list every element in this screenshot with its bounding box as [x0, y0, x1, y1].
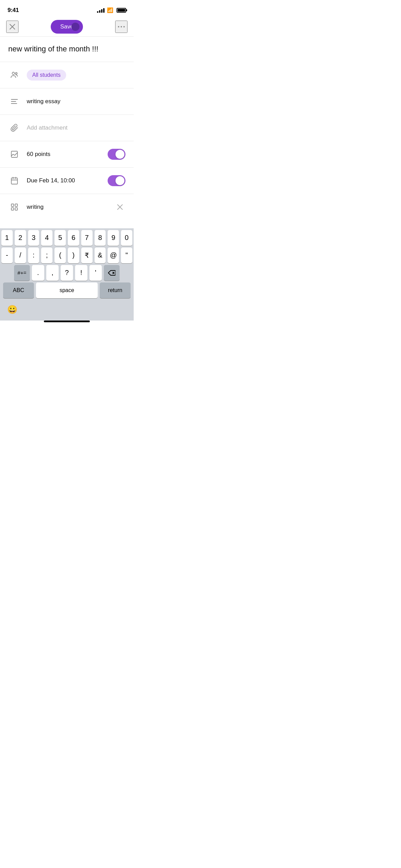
attachment-row[interactable]: Add attachment	[0, 114, 134, 141]
key-6[interactable]: 6	[68, 230, 79, 246]
key-2[interactable]: 2	[15, 230, 26, 246]
keyboard-row-symbols: - / : ; ( ) ₹ & @ "	[0, 246, 134, 263]
emoji-button[interactable]: 😀	[5, 303, 19, 316]
description-row[interactable]: writing essay	[0, 88, 134, 114]
category-text: writing	[27, 204, 114, 210]
key-semicolon[interactable]: ;	[41, 248, 52, 263]
signal-icon	[97, 8, 105, 13]
key-period[interactable]: .	[32, 265, 44, 281]
svg-point-4	[123, 26, 125, 27]
avatar	[71, 23, 80, 31]
key-1[interactable]: 1	[1, 230, 13, 246]
key-0[interactable]: 0	[121, 230, 132, 246]
keyboard-row-bottom: ABC space return	[0, 281, 134, 300]
status-time: 9:41	[8, 7, 19, 14]
category-icon	[8, 201, 21, 213]
key-open-paren[interactable]: (	[54, 248, 66, 263]
status-icons: 📶	[97, 7, 126, 13]
svg-rect-14	[11, 178, 17, 184]
key-close-paren[interactable]: )	[68, 248, 79, 263]
svg-rect-18	[11, 204, 14, 206]
attachment-placeholder[interactable]: Add attachment	[27, 124, 125, 131]
save-button[interactable]: Save	[51, 20, 83, 34]
calendar-icon	[8, 174, 21, 187]
status-bar: 9:41 📶	[0, 0, 134, 17]
svg-point-3	[121, 26, 122, 27]
key-abc[interactable]: ABC	[3, 282, 34, 298]
key-3[interactable]: 3	[28, 230, 39, 246]
audience-label[interactable]: All students	[27, 70, 66, 81]
svg-rect-20	[11, 208, 14, 210]
category-clear-button[interactable]	[114, 202, 125, 213]
keyboard[interactable]: 1 2 3 4 5 6 7 8 9 0 - / : ; ( ) ₹ & @ " …	[0, 228, 134, 321]
points-icon	[8, 148, 21, 160]
attachment-icon	[8, 122, 21, 134]
key-comma[interactable]: ,	[46, 265, 59, 281]
svg-point-6	[15, 72, 17, 74]
battery-icon	[117, 8, 126, 13]
key-slash[interactable]: /	[15, 248, 26, 263]
home-indicator	[44, 321, 90, 322]
key-question[interactable]: ?	[61, 265, 73, 281]
svg-rect-19	[15, 204, 17, 206]
assignment-title[interactable]: new writing of the month !!!	[8, 44, 125, 54]
points-toggle[interactable]	[108, 149, 125, 160]
more-button[interactable]	[115, 21, 127, 33]
due-date-toggle[interactable]	[108, 175, 125, 186]
title-section: new writing of the month !!!	[0, 37, 134, 62]
key-at[interactable]: @	[108, 248, 119, 263]
due-date-text: Due Feb 14, 10:00	[27, 177, 108, 184]
category-row[interactable]: writing	[0, 194, 134, 220]
key-apostrophe[interactable]: '	[89, 265, 102, 281]
keyboard-row-numbers: 1 2 3 4 5 6 7 8 9 0	[0, 228, 134, 246]
audience-row[interactable]: All students	[0, 62, 134, 88]
key-ampersand[interactable]: &	[95, 248, 106, 263]
key-return[interactable]: return	[100, 282, 131, 298]
close-button[interactable]	[6, 21, 19, 33]
svg-point-2	[118, 26, 119, 27]
key-quote[interactable]: "	[121, 248, 132, 263]
svg-point-5	[12, 72, 15, 74]
key-colon[interactable]: :	[28, 248, 39, 263]
key-7[interactable]: 7	[81, 230, 93, 246]
students-icon	[8, 69, 21, 81]
points-row[interactable]: 60 points	[0, 141, 134, 167]
svg-rect-10	[11, 151, 17, 157]
description-text[interactable]: writing essay	[27, 98, 125, 105]
key-exclaim[interactable]: !	[75, 265, 87, 281]
key-8[interactable]: 8	[95, 230, 106, 246]
key-dash[interactable]: -	[1, 248, 13, 263]
key-9[interactable]: 9	[108, 230, 119, 246]
due-date-row[interactable]: Due Feb 14, 10:00	[0, 167, 134, 194]
nav-bar: Save	[0, 17, 134, 36]
wifi-icon: 📶	[107, 7, 113, 13]
key-hash[interactable]: #+=	[14, 265, 30, 281]
key-5[interactable]: 5	[54, 230, 66, 246]
key-4[interactable]: 4	[41, 230, 52, 246]
svg-line-13	[15, 153, 17, 155]
description-icon	[8, 95, 21, 108]
keyboard-bottom-bar: 😀	[0, 300, 134, 321]
key-rupee[interactable]: ₹	[81, 248, 93, 263]
key-space[interactable]: space	[36, 282, 98, 298]
keyboard-row-special: #+= . , ? ! '	[0, 263, 134, 281]
backspace-key[interactable]	[104, 265, 120, 281]
svg-rect-21	[15, 208, 17, 210]
points-text: 60 points	[27, 151, 108, 158]
